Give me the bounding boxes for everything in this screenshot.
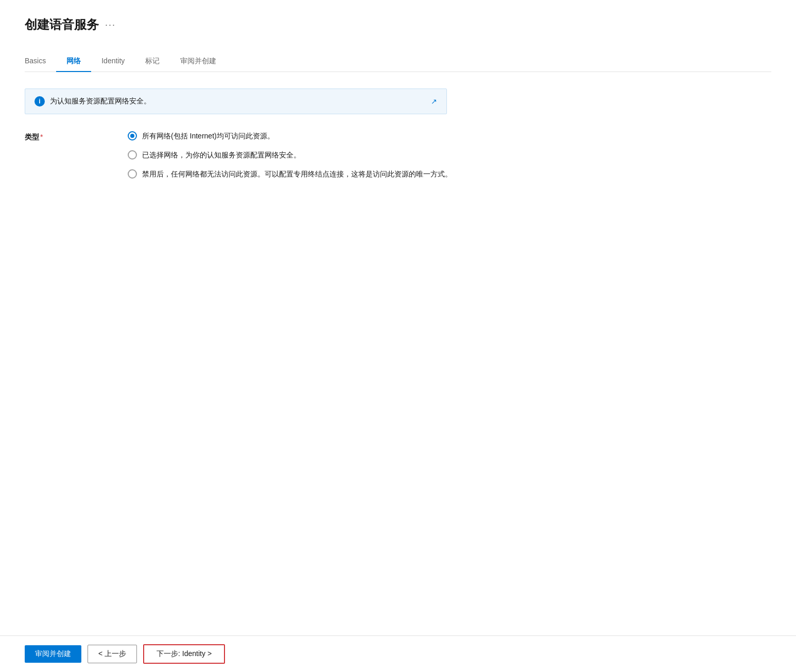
radio-option-disabled[interactable]: 禁用后，任何网络都无法访问此资源。可以配置专用终结点连接，这将是访问此资源的唯一… (128, 169, 771, 180)
radio-disabled-input[interactable] (128, 169, 137, 179)
network-type-form: 类型* 所有网络(包括 Internet)均可访问此资源。 已选择网络，为你的认… (25, 131, 771, 180)
radio-option-all-networks[interactable]: 所有网络(包括 Internet)均可访问此资源。 (128, 131, 771, 142)
radio-selected-networks-label: 已选择网络，为你的认知服务资源配置网络安全。 (142, 150, 301, 161)
bottom-action-bar: 审阅并创建 < 上一步 下一步: Identity > (0, 635, 796, 672)
radio-all-networks-input[interactable] (128, 131, 137, 140)
info-icon: i (34, 96, 45, 107)
tab-tags[interactable]: 标记 (135, 51, 170, 72)
tab-basics[interactable]: Basics (25, 51, 56, 72)
radio-disabled-label: 禁用后，任何网络都无法访问此资源。可以配置专用终结点连接，这将是访问此资源的唯一… (142, 169, 452, 180)
info-banner: i 为认知服务资源配置网络安全。 ↗ (25, 89, 447, 114)
tab-bar: Basics 网络 Identity 标记 审阅并创建 (25, 51, 771, 72)
next-step-button[interactable]: 下一步: Identity > (143, 644, 225, 664)
more-options-icon[interactable]: ··· (105, 20, 116, 30)
tab-network[interactable]: 网络 (56, 51, 91, 72)
tab-review-create[interactable]: 审阅并创建 (170, 51, 227, 72)
tab-identity[interactable]: Identity (91, 51, 135, 72)
page-title: 创建语音服务 (25, 16, 99, 33)
radio-group: 所有网络(包括 Internet)均可访问此资源。 已选择网络，为你的认知服务资… (128, 131, 771, 180)
info-banner-text: 为认知服务资源配置网络安全。 (50, 97, 151, 106)
required-asterisk: * (40, 133, 43, 141)
radio-all-networks-label: 所有网络(包括 Internet)均可访问此资源。 (142, 131, 274, 142)
external-link-icon[interactable]: ↗ (431, 97, 437, 105)
prev-step-button[interactable]: < 上一步 (88, 645, 137, 663)
type-label: 类型 (25, 133, 39, 141)
review-create-button[interactable]: 审阅并创建 (25, 645, 81, 663)
radio-option-selected-networks[interactable]: 已选择网络，为你的认知服务资源配置网络安全。 (128, 150, 771, 161)
radio-selected-networks-input[interactable] (128, 150, 137, 160)
